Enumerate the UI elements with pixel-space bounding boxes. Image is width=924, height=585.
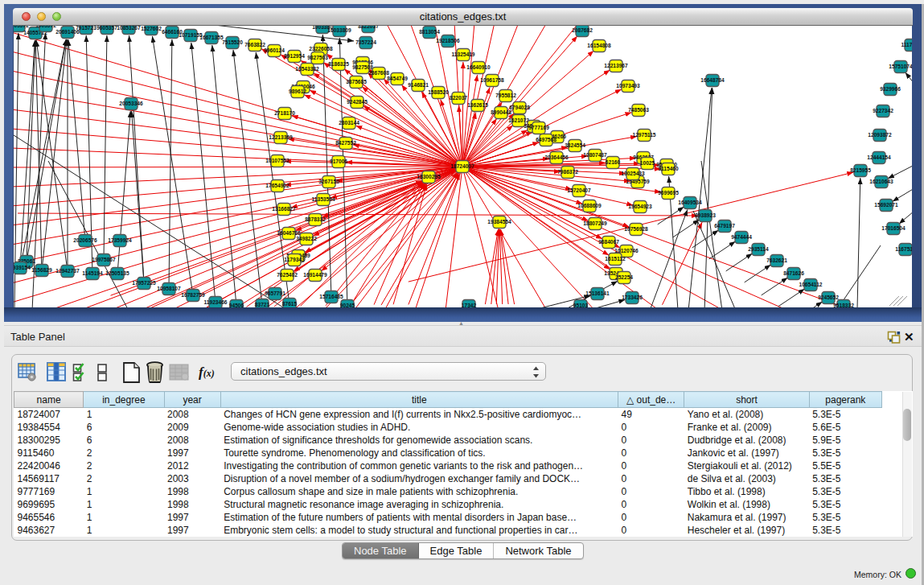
svg-text:9684067: 9684067 bbox=[598, 239, 619, 245]
svg-text:8990448: 8990448 bbox=[491, 109, 511, 115]
svg-text:10958107: 10958107 bbox=[157, 286, 181, 291]
svg-text:17016504: 17016504 bbox=[881, 225, 906, 231]
svg-text:1588520: 1588520 bbox=[428, 89, 449, 95]
svg-text:8813054: 8813054 bbox=[419, 29, 440, 35]
svg-text:9827503: 9827503 bbox=[307, 55, 328, 60]
svg-text:8878332: 8878332 bbox=[305, 216, 326, 222]
svg-text:1117253: 1117253 bbox=[901, 42, 912, 47]
svg-text:1939154: 1939154 bbox=[14, 265, 31, 270]
svg-text:2718170: 2718170 bbox=[274, 110, 295, 116]
svg-text:9960124: 9960124 bbox=[264, 47, 285, 53]
svg-text:6794028: 6794028 bbox=[509, 105, 530, 110]
svg-text:1362615: 1362615 bbox=[467, 102, 488, 108]
svg-text:16046786: 16046786 bbox=[277, 230, 301, 236]
svg-text:1615112: 1615112 bbox=[605, 256, 626, 262]
svg-text:11353594: 11353594 bbox=[312, 196, 335, 202]
svg-text:9827508: 9827508 bbox=[352, 64, 373, 70]
svg-text:1156829: 1156829 bbox=[31, 267, 52, 273]
svg-text:17654902: 17654902 bbox=[265, 183, 290, 188]
svg-text:7986372: 7986372 bbox=[557, 169, 578, 175]
svg-text:9242845: 9242845 bbox=[347, 99, 368, 105]
svg-text:9699695: 9699695 bbox=[658, 190, 679, 196]
svg-text:12444154: 12444154 bbox=[867, 154, 891, 160]
svg-text:1805572: 1805572 bbox=[14, 26, 29, 28]
svg-text:16640910: 16640910 bbox=[466, 64, 491, 70]
svg-text:8471626: 8471626 bbox=[783, 270, 804, 276]
svg-text:1167533: 1167533 bbox=[895, 246, 912, 252]
svg-text:10807487: 10807487 bbox=[583, 152, 607, 158]
svg-text:16648784: 16648784 bbox=[700, 77, 725, 83]
svg-text:16543382: 16543382 bbox=[295, 66, 319, 72]
svg-text:19384554: 19384554 bbox=[487, 219, 511, 225]
svg-text:12213369: 12213369 bbox=[269, 134, 293, 140]
svg-text:20053346: 20053346 bbox=[119, 101, 143, 106]
svg-text:10654112: 10654112 bbox=[799, 282, 823, 287]
svg-text:917006: 917006 bbox=[330, 159, 347, 164]
svg-text:8912954: 8912954 bbox=[284, 53, 305, 59]
svg-text:16154808: 16154808 bbox=[587, 43, 611, 48]
svg-text:989612: 989612 bbox=[289, 89, 306, 94]
svg-text:2935114: 2935114 bbox=[748, 246, 769, 252]
svg-text:3875685: 3875685 bbox=[346, 79, 367, 84]
svg-text:2087682: 2087682 bbox=[572, 27, 593, 33]
svg-text:12505135: 12505135 bbox=[105, 270, 129, 276]
svg-text:8186325: 8186325 bbox=[328, 61, 349, 67]
svg-text:62160: 62160 bbox=[606, 159, 621, 165]
svg-text:8938923: 8938923 bbox=[695, 212, 716, 218]
svg-text:252254: 252254 bbox=[615, 274, 633, 280]
svg-text:7955812: 7955812 bbox=[495, 93, 516, 98]
svg-text:13166827: 13166827 bbox=[272, 206, 296, 212]
svg-text:18300295: 18300295 bbox=[417, 174, 441, 179]
svg-text:16033809: 16033809 bbox=[327, 27, 351, 33]
svg-text:12093872: 12093872 bbox=[868, 132, 892, 138]
svg-text:2803144: 2803144 bbox=[339, 120, 359, 126]
svg-text:15751074: 15751074 bbox=[889, 64, 912, 69]
svg-text:3824554: 3824554 bbox=[565, 142, 585, 148]
svg-text:12975115: 12975115 bbox=[633, 132, 656, 138]
svg-text:15136141: 15136141 bbox=[585, 290, 610, 296]
svg-text:1145194: 1145194 bbox=[82, 270, 103, 276]
svg-text:23226058: 23226058 bbox=[309, 46, 333, 51]
svg-text:19218506: 19218506 bbox=[436, 38, 460, 43]
svg-text:7663822: 7663822 bbox=[244, 42, 265, 47]
svg-text:10961758: 10961758 bbox=[480, 77, 504, 83]
svg-text:1527602: 1527602 bbox=[141, 26, 162, 31]
svg-text:1621072: 1621072 bbox=[508, 117, 529, 123]
svg-text:1905572: 1905572 bbox=[35, 26, 56, 28]
svg-text:10688609: 10688609 bbox=[577, 203, 602, 208]
svg-text:12942737: 12942737 bbox=[55, 268, 80, 274]
svg-text:8454749: 8454749 bbox=[387, 76, 408, 81]
svg-text:1733426: 1733426 bbox=[622, 295, 643, 300]
svg-text:17359924: 17359924 bbox=[108, 237, 132, 243]
svg-text:8215955: 8215955 bbox=[850, 167, 871, 173]
svg-text:10756928: 10756928 bbox=[624, 226, 648, 232]
svg-text:15692071: 15692071 bbox=[874, 202, 898, 208]
svg-text:9245652: 9245652 bbox=[818, 295, 839, 300]
svg-text:18724007: 18724007 bbox=[450, 163, 474, 169]
svg-text:7515520: 7515520 bbox=[222, 39, 243, 45]
svg-text:17957225: 17957225 bbox=[132, 280, 156, 286]
svg-text:83721: 83721 bbox=[255, 302, 270, 307]
svg-text:1179343: 1179343 bbox=[284, 257, 305, 262]
svg-text:19654923: 19654923 bbox=[628, 204, 652, 209]
svg-text:16782759: 16782759 bbox=[181, 292, 205, 298]
svg-text:6479197: 6479197 bbox=[714, 223, 735, 229]
svg-text:20364456: 20364456 bbox=[544, 154, 569, 160]
svg-text:10853267: 10853267 bbox=[117, 26, 141, 31]
svg-text:9777169: 9777169 bbox=[528, 125, 549, 130]
svg-text:822037: 822037 bbox=[450, 95, 467, 101]
svg-text:11923466: 11923466 bbox=[204, 299, 228, 305]
svg-text:9146821: 9146821 bbox=[408, 82, 429, 88]
svg-text:3498222: 3498222 bbox=[296, 236, 317, 241]
svg-text:19975867: 19975867 bbox=[92, 257, 116, 262]
svg-text:16671355: 16671355 bbox=[199, 35, 224, 40]
svg-text:9329966: 9329966 bbox=[880, 86, 901, 92]
svg-text:7625402: 7625402 bbox=[277, 272, 298, 278]
svg-text:3267150: 3267150 bbox=[318, 179, 339, 184]
svg-text:16409534: 16409534 bbox=[678, 200, 702, 205]
svg-text:6497568: 6497568 bbox=[536, 137, 556, 142]
svg-text:9657791: 9657791 bbox=[265, 290, 285, 296]
svg-text:87615: 87615 bbox=[282, 301, 298, 307]
svg-text:11325419: 11325419 bbox=[452, 51, 475, 57]
svg-text:10025433: 10025433 bbox=[621, 171, 645, 176]
